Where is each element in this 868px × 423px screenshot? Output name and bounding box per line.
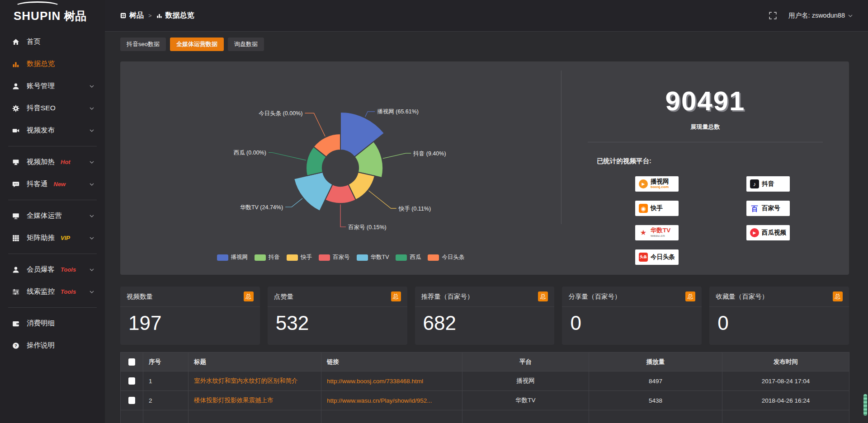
row-title-link[interactable]: 室外水纹灯和室内水纹灯的区别和简介: [189, 371, 321, 391]
stat-card-1: 点赞量总532: [268, 287, 407, 345]
pie-label: 华数TV (24.74%): [240, 204, 283, 211]
total-impressions-caption: 展现量总数: [691, 123, 720, 131]
overview-panel: 播视网 (65.61%)抖音 (9.40%)快手 (0.11%)百家号 (0.1…: [120, 61, 849, 275]
column-header-0: 序号: [143, 352, 189, 371]
empty-cell: [321, 410, 462, 423]
sidebar-item-label: 账号管理: [27, 81, 55, 91]
column-header-2: 链接: [321, 352, 462, 371]
tab-1[interactable]: 全媒体运营数据: [170, 38, 224, 51]
table-row: 1室外水纹灯和室内水纹灯的区别和简介http://www.boosj.com/7…: [121, 371, 849, 391]
douyin-icon: ♪: [750, 179, 759, 188]
legend-item-3[interactable]: 百家号: [319, 254, 350, 261]
legend-item-1[interactable]: 抖音: [255, 254, 280, 261]
sidebar-item-home[interactable]: 首页: [0, 31, 105, 53]
video-icon: [12, 127, 20, 134]
row-url-link[interactable]: http://www.boosj.com/7338468.html: [321, 371, 462, 391]
stat-card-title: 分享量（百家号）: [568, 292, 621, 301]
legend-item-6[interactable]: 今日头条: [428, 254, 464, 261]
sidebar-item-gear[interactable]: 抖音SEO: [0, 97, 105, 119]
svg-text:?: ?: [14, 343, 17, 348]
stat-card-header: 点赞量总: [268, 287, 407, 307]
row-checkbox[interactable]: [128, 377, 135, 385]
pie-label-line: [369, 191, 396, 208]
empty-cell: [722, 410, 849, 423]
sidebar-item-wallet[interactable]: 消费明细: [0, 312, 105, 334]
chevron-down-icon: [90, 85, 94, 88]
sidebar-item-grid[interactable]: 矩阵助推VIP: [0, 227, 105, 249]
sidebar-item-label: 首页: [27, 37, 41, 47]
sidebar-divider: [8, 254, 97, 254]
sidebar-item-chat[interactable]: 抖客通New: [0, 173, 105, 195]
sidebar-item-monitor[interactable]: 全媒体运营: [0, 205, 105, 227]
breadcrumb: 树品 > 数据总览: [120, 11, 194, 20]
total-badge: 总: [244, 291, 254, 301]
sidebar-item-video[interactable]: 视频发布: [0, 119, 105, 141]
legend-item-5[interactable]: 西瓜: [396, 254, 421, 261]
stat-card-value: 0: [562, 307, 702, 345]
pie-label-line: [340, 204, 346, 227]
legend-swatch: [217, 254, 228, 261]
empty-cell: [462, 410, 589, 423]
platform-badge-1: ♪抖音: [746, 176, 790, 192]
tab-2[interactable]: 询盘数据: [228, 38, 264, 51]
pie-label-line: [365, 112, 375, 117]
row-checkbox[interactable]: [128, 397, 135, 404]
stat-card-title: 推荐量（百家号）: [421, 292, 474, 301]
breadcrumb-item-current[interactable]: 数据总览: [156, 11, 194, 20]
chevron-down-icon: [90, 215, 94, 217]
legend-item-0[interactable]: 播视网: [217, 254, 248, 261]
topbar: 树品 > 数据总览 用户名: zswodun88: [105, 0, 868, 32]
column-header-1: 标题: [189, 352, 321, 371]
monitor-icon: [12, 212, 20, 220]
videos-table: 序号标题链接平台播放量发布时间1室外水纹灯和室内水纹灯的区别和简介http://…: [120, 352, 849, 423]
stat-card-2: 推荐量（百家号）总682: [415, 287, 555, 345]
legend-label: 抖音: [269, 254, 280, 261]
pie-label: 西瓜 (0.00%): [234, 150, 266, 156]
stat-card-3: 分享量（百家号）总0: [562, 287, 702, 345]
breadcrumb-item-home[interactable]: 树品: [120, 11, 144, 20]
row-url-link[interactable]: http://www.wasu.cn/Play/show/id/952...: [321, 391, 462, 410]
pie-slice-4[interactable]: [294, 172, 332, 211]
select-all-checkbox[interactable]: [128, 358, 135, 366]
tab-0[interactable]: 抖音seo数据: [120, 38, 166, 51]
heat-icon: [12, 159, 20, 166]
table-row: 2楼体投影灯投影效果震撼上市http://www.wasu.cn/Play/sh…: [121, 391, 849, 410]
legend-item-2[interactable]: 快手: [287, 254, 312, 261]
fullscreen-icon[interactable]: [769, 12, 777, 19]
pie-label: 今日头条 (0.00%): [259, 110, 302, 117]
member-icon: [12, 266, 20, 273]
pie-label-line: [269, 153, 306, 160]
sidebar-item-help[interactable]: ?操作说明: [0, 334, 105, 357]
sidebar-item-bar-chart[interactable]: 数据总览: [0, 53, 105, 75]
table-header-row: 序号标题链接平台播放量发布时间: [121, 352, 849, 371]
sidebar-item-heat[interactable]: 视频加热Hot: [0, 151, 105, 173]
row-title-link[interactable]: 楼体投影灯投影效果震撼上市: [189, 391, 321, 410]
sidebar-item-label: 线索监控: [27, 287, 55, 296]
chevron-down-icon: [90, 129, 94, 132]
home-icon: [12, 38, 20, 46]
sidebar-divider: [8, 200, 97, 200]
stat-card-value: 532: [268, 307, 407, 345]
sidebar-item-member[interactable]: 会员爆客Tools: [0, 258, 105, 281]
platform-name: 今日头条: [651, 254, 675, 261]
breadcrumb-label: 树品: [129, 11, 144, 20]
sidebar-item-sliders[interactable]: 线索监控Tools: [0, 281, 105, 303]
total-badge: 总: [833, 291, 843, 301]
platform-name-text: 百家号: [762, 205, 780, 212]
platform-name-text: 今日头条: [651, 254, 675, 261]
platform-name-text: 播视网: [651, 179, 669, 185]
sidebar-item-user[interactable]: 账号管理: [0, 75, 105, 97]
platform-badge-0: ▶播视网boosj.com: [635, 176, 679, 192]
platform-subtext: wasu.cn: [651, 234, 670, 238]
row-platform: 播视网: [462, 371, 589, 391]
platform-badge-3: 百百家号: [746, 201, 790, 216]
pie-label: 百家号 (0.15%): [348, 224, 387, 230]
username-menu[interactable]: 用户名: zswodun88: [788, 11, 853, 20]
legend-swatch: [396, 254, 407, 261]
legend-item-4[interactable]: 华数TV: [357, 254, 389, 261]
wasu-icon: ★: [639, 228, 648, 237]
stat-card-value: 682: [415, 307, 555, 345]
pie-label-line: [305, 113, 325, 136]
scrollbar-thumb[interactable]: [863, 394, 867, 416]
pie-svg-wrap: 播视网 (65.61%)抖音 (9.40%)快手 (0.11%)百家号 (0.1…: [120, 61, 561, 275]
